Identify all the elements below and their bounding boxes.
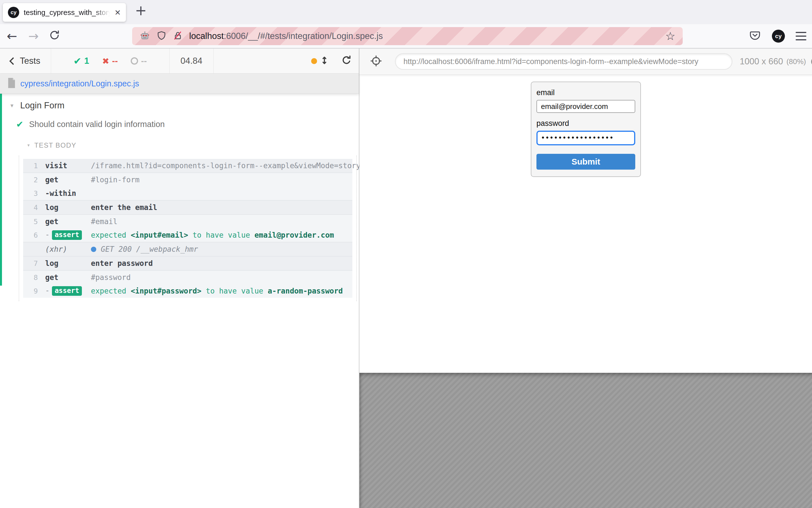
email-field[interactable] <box>536 100 635 113</box>
command-args: enter the email <box>91 203 157 212</box>
collapse-triangle-icon[interactable]: ▾ <box>10 103 13 109</box>
command-args: GET 200 /__webpack_hmr <box>91 245 198 253</box>
file-icon <box>7 78 16 89</box>
preview-toolbar: http://localhost:6006/iframe.html?id=com… <box>359 48 812 75</box>
viewport-size: 1000 x 660 <box>740 56 783 67</box>
pending-circle-icon <box>131 57 138 65</box>
password-label: password <box>536 119 635 128</box>
shield-icon[interactable] <box>156 31 167 42</box>
stat-passed[interactable]: ✔ 1 <box>73 55 89 67</box>
test-stats: ✔ 1 ✖ -- -- <box>51 48 170 73</box>
menu-icon[interactable] <box>796 32 806 40</box>
command-number: 6 <box>23 231 38 239</box>
command-list: 1visit/iframe.html?id=components-login-f… <box>18 156 357 301</box>
command-args: /iframe.html?id=components-login-form--e… <box>91 161 352 170</box>
passed-count: 1 <box>84 56 89 66</box>
command-row[interactable]: 7logenter password <box>23 256 352 270</box>
command-row[interactable]: 8get#password <box>23 270 352 284</box>
browser-window: cy testing_cypress_with_storybook ✕ + ← … <box>0 0 812 508</box>
command-number: 3 <box>23 189 38 198</box>
command-number: 1 <box>23 162 38 170</box>
reload-icon[interactable] <box>48 29 60 43</box>
spec-file-row: cypress/integration/Login.spec.js <box>0 74 359 94</box>
command-number: 7 <box>23 259 38 267</box>
suite-row[interactable]: ▾ Login Form <box>10 100 359 111</box>
command-row[interactable]: 3-within <box>23 186 352 200</box>
updown-arrows-icon <box>319 55 329 67</box>
email-label: email <box>536 88 635 97</box>
command-name: get <box>45 175 91 184</box>
tests-label: Tests <box>20 56 40 66</box>
back-to-tests-button[interactable]: Tests <box>0 48 51 73</box>
test-duration: 04.84 <box>169 48 214 73</box>
preview-url-input[interactable]: http://localhost:6006/iframe.html?id=com… <box>395 53 732 70</box>
url-bar[interactable]: localhost:6006/__/#/tests/integration/Lo… <box>132 27 683 45</box>
insecure-lock-icon[interactable] <box>173 31 183 42</box>
command-args: #login-form <box>91 175 139 184</box>
command-row[interactable]: 1visit/iframe.html?id=components-login-f… <box>23 159 352 172</box>
command-row[interactable]: 9-assertexpected <input#password> to hav… <box>23 284 352 298</box>
tab-close-icon[interactable]: ✕ <box>114 8 121 17</box>
stat-failed[interactable]: ✖ -- <box>102 56 118 66</box>
spec-file-link[interactable]: cypress/integration/Login.spec.js <box>20 79 139 88</box>
command-number: 5 <box>23 218 38 226</box>
command-args: #email <box>91 217 117 226</box>
command-row[interactable]: 2get#login-form <box>23 172 352 186</box>
failed-count: -- <box>112 56 118 66</box>
command-row[interactable]: 4logenter the email <box>23 200 352 214</box>
cypress-account-avatar[interactable]: cy <box>772 30 785 43</box>
assert-badge: assert <box>52 286 82 296</box>
navigation-toolbar: ← → <box>0 24 812 48</box>
login-form-card: email password Submit <box>531 82 641 177</box>
reporter-toolbar: Tests ✔ 1 ✖ -- -- 04.84 <box>0 48 359 74</box>
toolbar-right-cluster: cy <box>749 29 806 43</box>
cypress-reporter-pane: Tests ✔ 1 ✖ -- -- 04.84 <box>0 48 359 508</box>
bookmark-star-icon[interactable]: ☆ <box>665 31 675 42</box>
xhr-status-dot-icon <box>91 247 96 252</box>
command-number: 9 <box>23 287 38 295</box>
command-number: 4 <box>23 204 38 212</box>
suite-title: Login Form <box>20 100 65 111</box>
url-path: :6006/__/#/tests/integration/Login.spec.… <box>224 31 383 41</box>
test-body-header[interactable]: ▾ TEST BODY <box>27 141 359 149</box>
command-number: 2 <box>23 176 38 184</box>
command-args: enter password <box>91 259 153 267</box>
pending-count: -- <box>141 56 147 66</box>
pocket-icon[interactable] <box>749 29 761 43</box>
tab-title: testing_cypress_with_storybook <box>24 8 110 17</box>
auto-scroll-toggle[interactable] <box>311 55 329 67</box>
command-row[interactable]: (xhr)GET 200 /__webpack_hmr <box>23 242 352 256</box>
snapshot-dot-icon <box>311 58 317 64</box>
viewport-zoom: (80%) <box>786 57 806 66</box>
tab-strip: cy testing_cypress_with_storybook ✕ + <box>0 0 812 24</box>
password-field[interactable] <box>536 131 635 145</box>
command-number: 8 <box>23 273 38 282</box>
test-title: Should contain valid login information <box>29 120 165 129</box>
section-triangle-icon[interactable]: ▾ <box>27 143 30 147</box>
new-tab-button[interactable]: + <box>135 2 147 18</box>
command-row[interactable]: 6-assertexpected <input#email> to have v… <box>23 228 352 242</box>
command-name: visit <box>45 161 91 170</box>
test-pass-check-icon: ✔ <box>16 120 24 129</box>
test-row[interactable]: ✔ Should contain valid login information <box>16 120 359 129</box>
app-preview-pane: http://localhost:6006/iframe.html?id=com… <box>359 48 812 508</box>
offstage-striped-area <box>359 373 812 508</box>
selector-playground-icon[interactable] <box>370 55 382 68</box>
command-name: -within <box>45 189 91 198</box>
command-log: ▾ Login Form ✔ Should contain valid logi… <box>0 94 359 508</box>
command-name: get <box>45 217 91 226</box>
forward-icon[interactable]: → <box>28 30 39 42</box>
command-row[interactable]: 5get#email <box>23 214 352 228</box>
command-args: expected <input#email> to have value ema… <box>91 231 334 239</box>
app-iframe-stage: email password Submit <box>359 75 812 373</box>
browser-tab[interactable]: cy testing_cypress_with_storybook ✕ <box>3 3 126 22</box>
submit-button[interactable]: Submit <box>536 154 635 170</box>
command-name: get <box>45 273 91 282</box>
back-icon[interactable]: ← <box>7 30 17 42</box>
rerun-tests-icon[interactable] <box>341 55 352 67</box>
robot-icon <box>139 30 150 42</box>
url-host: localhost <box>189 31 224 41</box>
main-split: Tests ✔ 1 ✖ -- -- 04.84 <box>0 48 812 508</box>
check-icon: ✔ <box>73 55 82 67</box>
stat-pending[interactable]: -- <box>131 56 147 66</box>
